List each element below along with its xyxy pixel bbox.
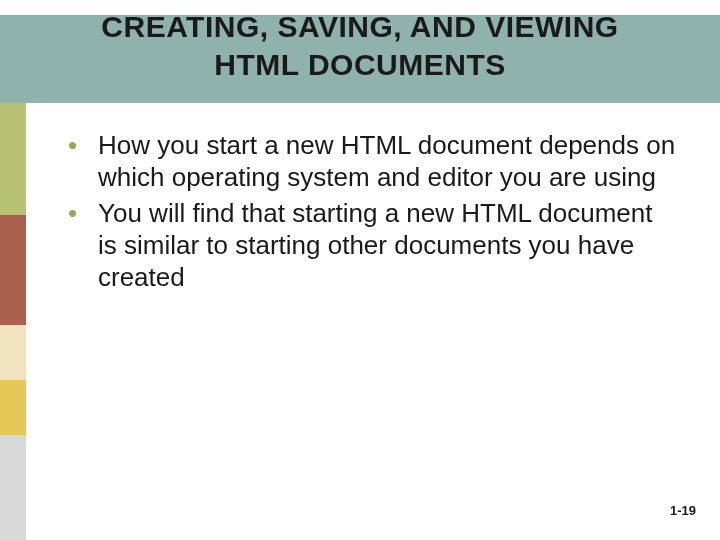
bullet-text: You will find that starting a new HTML d… bbox=[98, 198, 652, 292]
stripe-cream bbox=[0, 325, 26, 380]
bullet-list: How you start a new HTML document depend… bbox=[58, 130, 678, 294]
stripe-green bbox=[0, 103, 26, 215]
title-line-1: CREATING, SAVING, AND VIEWING bbox=[101, 10, 618, 43]
left-decorative-stripes bbox=[0, 103, 26, 540]
list-item: How you start a new HTML document depend… bbox=[58, 130, 678, 194]
stripe-red bbox=[0, 215, 26, 325]
stripe-yellow bbox=[0, 380, 26, 435]
title-line-2: HTML DOCUMENTS bbox=[0, 46, 720, 84]
slide-body: How you start a new HTML document depend… bbox=[58, 130, 678, 298]
bullet-text: How you start a new HTML document depend… bbox=[98, 130, 675, 192]
list-item: You will find that starting a new HTML d… bbox=[58, 198, 678, 294]
page-number: 1-19 bbox=[670, 503, 696, 518]
stripe-grey bbox=[0, 435, 26, 540]
slide-title: CREATING, SAVING, AND VIEWING HTML DOCUM… bbox=[0, 8, 720, 83]
